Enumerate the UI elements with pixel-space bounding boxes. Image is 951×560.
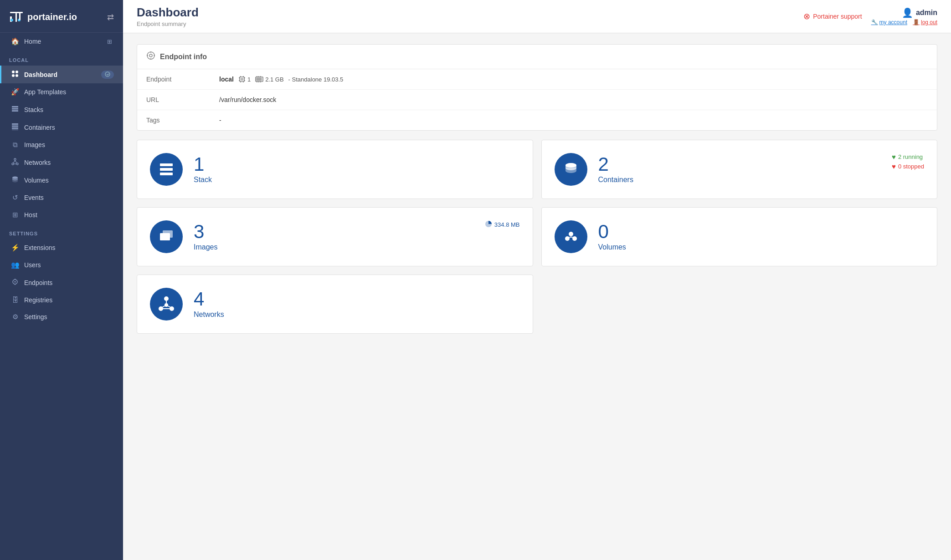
- networks-count: 4: [194, 290, 520, 309]
- stat-card-stacks[interactable]: 1 Stack: [137, 140, 533, 199]
- svg-rect-17: [12, 130, 18, 130]
- svg-rect-1: [10, 12, 23, 13]
- sidebar-item-host[interactable]: ⊞ Host: [0, 206, 123, 224]
- sidebar-item-volumes[interactable]: Volumes: [0, 171, 123, 189]
- log-out-link[interactable]: 🚪 log out: [913, 19, 937, 25]
- svg-point-30: [149, 54, 152, 57]
- svg-point-26: [15, 281, 16, 283]
- svg-point-70: [159, 307, 163, 311]
- users-icon: 👥: [10, 261, 20, 269]
- main-content: Dashboard Endpoint summary ⊗ Portainer s…: [123, 0, 951, 560]
- volumes-icon-circle: [555, 220, 587, 253]
- endpoint-row-url: URL /var/run/docker.sock: [137, 90, 937, 110]
- sidebar-item-extensions[interactable]: ⚡ Extensions: [0, 239, 123, 256]
- svg-point-8: [12, 74, 15, 77]
- my-account-link[interactable]: 🔧 my account: [871, 19, 907, 25]
- endpoint-label-tags: Tags: [137, 110, 210, 131]
- sidebar-item-label-settings: Settings: [24, 313, 47, 321]
- events-icon: ↺: [10, 193, 20, 202]
- svg-point-69: [164, 297, 168, 300]
- support-label: Portainer support: [813, 13, 862, 20]
- sidebar-item-home[interactable]: 🏠 Home ⊞: [0, 33, 123, 50]
- sidebar-item-registries[interactable]: 🗄 Registries: [0, 291, 123, 308]
- memory-icon: 2.1 GB: [255, 76, 283, 83]
- networks-label: Networks: [194, 311, 520, 319]
- volumes-stat-info: 0 Volumes: [598, 222, 925, 251]
- sidebar-item-containers[interactable]: Containers: [0, 118, 123, 136]
- svg-point-63: [569, 232, 573, 236]
- svg-point-9: [15, 74, 18, 77]
- sidebar-toggle-button[interactable]: ⇄: [107, 12, 114, 22]
- sidebar-item-dashboard[interactable]: Dashboard: [0, 66, 123, 83]
- sidebar-item-users[interactable]: 👥 Users: [0, 256, 123, 274]
- sidebar-item-app-templates[interactable]: 🚀 App Templates: [0, 83, 123, 101]
- dashboard-badge: [101, 71, 114, 79]
- content-area: Endpoint info Endpoint local 1: [123, 33, 951, 560]
- endpoint-extra: - Standalone 19.03.5: [288, 76, 344, 83]
- svg-rect-36: [241, 78, 243, 81]
- svg-rect-14: [12, 123, 18, 125]
- endpoint-info-header: Endpoint info: [137, 45, 937, 69]
- containers-label: Containers: [598, 176, 925, 184]
- home-arrow-icon: ⊞: [105, 38, 114, 45]
- svg-point-7: [15, 71, 18, 73]
- svg-point-18: [14, 158, 16, 160]
- endpoint-table: Endpoint local 1 2.1 GB: [137, 69, 937, 130]
- svg-rect-57: [160, 168, 173, 171]
- svg-point-3: [10, 19, 13, 21]
- containers-icon-circle: [555, 153, 587, 186]
- sidebar-item-endpoints[interactable]: Endpoints: [0, 274, 123, 291]
- topbar-right: ⊗ Portainer support 👤 admin 🔧 my account…: [803, 7, 937, 25]
- stat-card-images[interactable]: 3 Images 334.8 MB: [137, 207, 533, 266]
- svg-rect-48: [259, 78, 260, 81]
- containers-count: 2: [598, 155, 925, 174]
- registries-icon: 🗄: [10, 296, 20, 304]
- page-subtitle: Endpoint summary: [137, 20, 199, 27]
- svg-rect-58: [160, 173, 173, 175]
- sidebar-item-images[interactable]: ⧉ Images: [0, 136, 123, 153]
- dashboard-grid: 1 Stack 2 Containers: [137, 140, 937, 334]
- stacks-stat-info: 1 Stack: [194, 155, 520, 184]
- images-icon-circle: [150, 220, 183, 253]
- stacks-icon-circle: [150, 153, 183, 186]
- endpoint-row-tags: Tags -: [137, 110, 937, 131]
- endpoint-row-endpoint: Endpoint local 1 2.1 GB: [137, 69, 937, 90]
- endpoint-info-icon: [146, 51, 155, 62]
- stat-card-containers[interactable]: 2 Containers ♥ 2 running ♥ 0 stopped: [541, 140, 938, 199]
- sidebar-item-networks[interactable]: Networks: [0, 153, 123, 171]
- stat-card-volumes[interactable]: 0 Volumes: [541, 207, 938, 266]
- volumes-icon: [10, 176, 20, 184]
- my-account-icon: 🔧: [871, 19, 878, 25]
- sidebar-item-settings[interactable]: ⚙ Settings: [0, 308, 123, 326]
- sidebar-item-label-users: Users: [24, 261, 41, 269]
- svg-rect-5: [19, 12, 21, 20]
- endpoint-name-badge: local: [219, 76, 234, 83]
- containers-stopped: ♥ 0 stopped: [892, 163, 924, 170]
- svg-rect-56: [160, 163, 173, 166]
- stat-card-networks[interactable]: 4 Networks: [137, 275, 533, 334]
- settings-icon: ⚙: [10, 313, 20, 321]
- app-templates-icon: 🚀: [10, 88, 20, 96]
- dashboard-icon: [10, 70, 20, 79]
- svg-rect-46: [257, 78, 257, 81]
- sidebar-logo-area: portainer.io ⇄: [0, 0, 123, 33]
- support-link[interactable]: ⊗ Portainer support: [803, 11, 862, 21]
- svg-line-22: [15, 160, 17, 163]
- extensions-icon: ⚡: [10, 244, 20, 252]
- images-size: 334.8 MB: [485, 220, 520, 229]
- networks-icon-circle: [150, 288, 183, 321]
- images-meta: 334.8 MB: [485, 220, 520, 229]
- page-title: Dashboard: [137, 5, 199, 20]
- logo: portainer.io: [9, 8, 77, 26]
- sidebar-item-label-networks: Networks: [24, 159, 51, 166]
- images-size-label: 334.8 MB: [494, 221, 520, 228]
- sidebar-item-label-images: Images: [24, 141, 45, 148]
- svg-rect-12: [12, 108, 18, 110]
- sidebar-item-label-dashboard: Dashboard: [24, 71, 57, 78]
- sidebar-item-events[interactable]: ↺ Events: [0, 189, 123, 206]
- topbar: Dashboard Endpoint summary ⊗ Portainer s…: [123, 0, 951, 33]
- pie-chart-icon: [485, 220, 492, 229]
- sidebar-item-stacks[interactable]: Stacks: [0, 101, 123, 118]
- settings-section-label: SETTINGS: [0, 224, 123, 239]
- svg-point-29: [147, 52, 154, 59]
